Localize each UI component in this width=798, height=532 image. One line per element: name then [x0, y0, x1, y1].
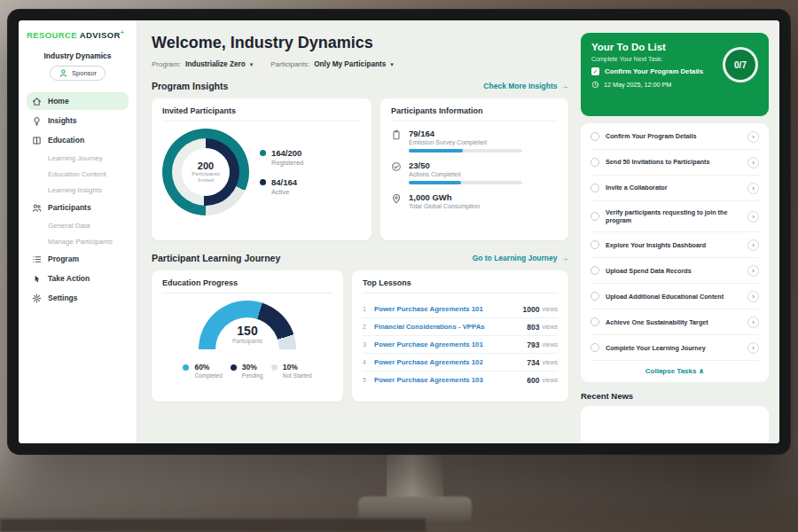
go-to-learning-journey-link[interactable]: Go to Learning Journey →	[473, 254, 568, 262]
checkbox-icon[interactable]	[591, 132, 599, 141]
task-row[interactable]: Upload Additional Educational Content ›	[591, 284, 759, 309]
lesson-row[interactable]: 4 Power Purchase Agreements 102 734 view…	[363, 354, 558, 372]
progress-bar-fill	[409, 149, 463, 153]
todo-column: Your To Do List Complete Your Next Task:…	[575, 20, 779, 443]
program-insights-header: Program Insights Check More Insights →	[152, 81, 568, 91]
app-logo: RESOURCE ADVISOR+	[27, 29, 129, 40]
sidebar-item-learning-insights[interactable]: Learning Insights	[27, 183, 129, 197]
sidebar-item-learning-journey[interactable]: Learning Journey	[27, 151, 129, 165]
sidebar-item-home[interactable]: Home	[27, 92, 129, 110]
sidebar-item-label: Insights	[48, 116, 77, 125]
sidebar-item-take-action[interactable]: Take Action	[27, 270, 129, 287]
task-label: Complete Your Learning Journey	[606, 344, 741, 353]
lesson-row[interactable]: 1 Power Purchase Agreements 101 1000 vie…	[363, 301, 558, 318]
lesson-link[interactable]: Power Purchase Agreements 101	[374, 305, 523, 313]
logo-advisor: ADVISOR	[80, 30, 121, 40]
task-row[interactable]: Invite a Collaborator ›	[591, 176, 759, 201]
lesson-views: 734	[527, 358, 539, 367]
gauge-center-label: Participants	[199, 338, 296, 344]
legend-label: Not Started	[283, 372, 312, 379]
checkbox-icon[interactable]	[591, 266, 599, 275]
checkbox-icon[interactable]	[591, 240, 599, 249]
todo-summary-card: Your To Do List Complete Your Next Task:…	[581, 33, 769, 116]
checkbox-icon[interactable]	[591, 317, 599, 326]
task-row[interactable]: Achieve One Sustainability Target ›	[591, 309, 759, 335]
chevron-right-icon[interactable]: ›	[747, 317, 759, 328]
views-word: views	[542, 306, 558, 312]
legend-value: 164/200	[271, 148, 303, 158]
lesson-views: 600	[527, 376, 539, 385]
participants-information-card: Participants Information 79/164 Emission…	[380, 98, 568, 240]
chevron-right-icon[interactable]: ›	[747, 265, 759, 277]
stat-value: 23/50	[409, 160, 522, 170]
sidebar-item-manage-participants[interactable]: Manage Participants	[27, 234, 129, 248]
legend-dot	[260, 179, 266, 185]
todo-task-list: Confirm Your Program Details › Send 50 I…	[581, 123, 769, 382]
lesson-row[interactable]: 2 Financial Considerations - VPPAs 803 v…	[363, 318, 558, 336]
chevron-right-icon[interactable]: ›	[747, 157, 759, 168]
logo-resource: RESOURCE	[27, 30, 77, 40]
check-circle-icon	[391, 161, 402, 172]
collapse-tasks-link[interactable]: Collapse Tasks ∧	[591, 361, 759, 379]
legend-value: 10%	[283, 363, 312, 372]
book-icon	[32, 136, 42, 145]
sidebar-item-general-data[interactable]: General Data	[27, 218, 129, 232]
chevron-right-icon[interactable]: ›	[747, 183, 759, 194]
invited-donut-chart: 200 Participants Invited	[162, 129, 249, 215]
legend-not-started: 10% Not Started	[271, 363, 312, 379]
sidebar-item-education-content[interactable]: Education Content	[27, 167, 129, 181]
task-row[interactable]: Verify participants requesting to join t…	[591, 201, 759, 232]
task-row[interactable]: Confirm Your Program Details ›	[591, 124, 759, 150]
participants-dropdown[interactable]: Participants: Only My Participants ▾	[270, 60, 394, 68]
monitor-bezel: RESOURCE ADVISOR+ Industry Dynamics Spon…	[7, 9, 791, 455]
lesson-link[interactable]: Financial Considerations - VPPAs	[374, 323, 527, 331]
program-dropdown[interactable]: Program: Industrialize Zero ▾	[152, 60, 253, 68]
legend-dot	[271, 364, 278, 371]
checkbox-icon[interactable]	[591, 184, 599, 192]
sponsor-badge: Sponsor	[50, 66, 106, 81]
views-word: views	[542, 341, 558, 348]
stat-label: Emission Survey Completed	[409, 139, 522, 145]
legend-completed: 60% Completed	[183, 363, 222, 379]
gear-icon	[32, 293, 42, 303]
lesson-row[interactable]: 3 Power Purchase Agreements 101 793 view…	[363, 336, 558, 354]
chevron-right-icon[interactable]: ›	[747, 131, 759, 143]
check-more-insights-link[interactable]: Check More Insights →	[483, 82, 568, 90]
task-row[interactable]: Upload Spend Data Records ›	[591, 258, 759, 284]
invited-participants-card: Invited Participants 200 Participants In…	[152, 98, 372, 240]
chevron-right-icon[interactable]: ›	[747, 291, 759, 302]
checkbox-icon[interactable]	[591, 292, 599, 301]
chevron-up-icon: ∧	[699, 367, 705, 375]
chevron-right-icon[interactable]: ›	[747, 239, 759, 251]
chevron-down-icon: ▾	[390, 61, 394, 68]
sidebar-item-label: Education	[48, 136, 84, 145]
stat-label: Total Global Consumption	[409, 203, 480, 209]
lesson-views: 793	[527, 340, 539, 349]
lesson-link[interactable]: Power Purchase Agreements 101	[374, 340, 527, 348]
sidebar-item-program[interactable]: Program	[27, 250, 129, 268]
sidebar-item-participants[interactable]: Participants	[27, 199, 129, 216]
link-label: Check More Insights	[483, 82, 557, 90]
sidebar-item-settings[interactable]: Settings	[27, 289, 129, 307]
task-row[interactable]: Explore Your Insights Dashboard ›	[591, 232, 759, 258]
recent-news-title: Recent News	[581, 391, 769, 401]
checkbox-icon[interactable]	[591, 158, 599, 167]
checkbox-icon[interactable]	[591, 212, 599, 221]
legend-pending: 30% Pending	[231, 363, 263, 379]
lesson-link[interactable]: Power Purchase Agreements 102	[374, 358, 527, 366]
sidebar-item-insights[interactable]: Insights	[27, 112, 129, 129]
lesson-row[interactable]: 5 Power Purchase Agreements 103 600 view…	[363, 372, 558, 388]
card-title: Top Lessons	[363, 278, 558, 293]
task-row[interactable]: Send 50 Invitations to Participants ›	[591, 150, 759, 176]
page-title: Welcome, Industry Dynamics	[152, 34, 575, 52]
task-row[interactable]: Complete Your Learning Journey ›	[591, 335, 759, 361]
chevron-right-icon[interactable]: ›	[747, 211, 759, 223]
stat-emission-survey: 79/164 Emission Survey Completed	[391, 129, 558, 153]
checkbox-checked-icon[interactable]: ✓	[591, 67, 599, 75]
lesson-link[interactable]: Power Purchase Agreements 103	[374, 376, 527, 384]
checkbox-icon[interactable]	[591, 343, 599, 352]
learning-cards-row: Education Progress 150 Participants	[152, 270, 568, 402]
clipboard-icon	[391, 129, 402, 140]
chevron-right-icon[interactable]: ›	[747, 342, 759, 354]
sidebar-item-education[interactable]: Education	[27, 131, 129, 149]
